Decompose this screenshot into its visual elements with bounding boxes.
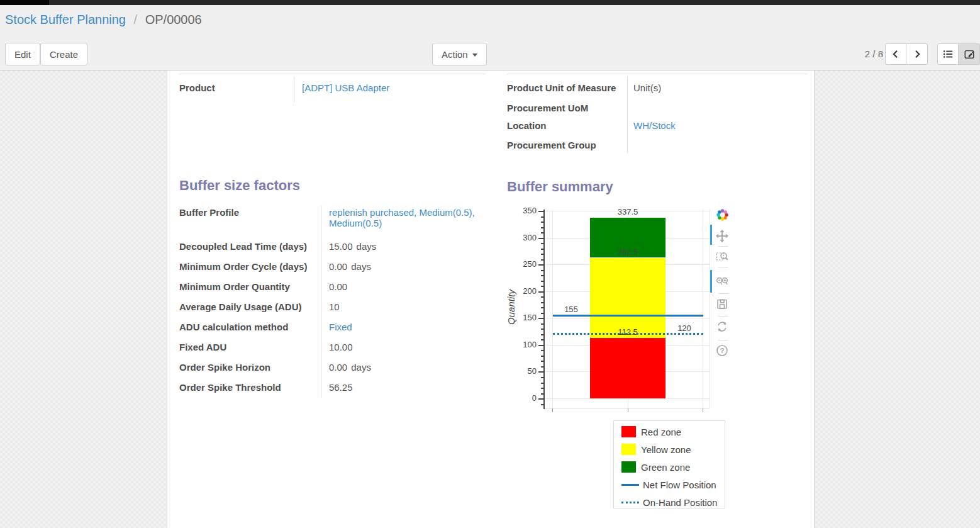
field-label: Location [507,120,547,131]
legend-item-net-flow-position[interactable]: Net Flow Position [621,478,716,491]
y-minor-tick [541,377,543,378]
y-major-tick [538,264,543,266]
field-value-location[interactable]: WH/Stock [633,120,803,131]
reset-axes-button[interactable] [715,321,729,335]
form-view-icon [964,48,975,60]
top-navbar [0,0,980,5]
breadcrumb: Stock Buffer Planning / OP/00006 [5,13,202,27]
group-border [179,74,486,74]
edit-button[interactable]: Edit [5,43,40,65]
chart-annotation: 337.5 [599,207,656,216]
y-tick-label: 300 [511,233,537,242]
box-zoom-button[interactable] [715,250,729,264]
y-minor-tick [541,286,543,287]
y-major-tick [538,211,543,212]
x-tick [628,408,628,412]
field-link[interactable]: replenish purchased, Medium(0.5), Medium… [329,207,475,228]
reset-axes-icon [716,320,728,335]
x-axis-line [545,408,710,408]
field-text: 10.00 [329,342,353,352]
y-tick-label: 50 [511,366,537,376]
previous-record-button[interactable] [885,43,906,65]
field-separator [321,206,321,398]
help-button[interactable]: ? [715,345,729,359]
modebar-separator [718,246,728,247]
legend-swatch-ffff00 [621,444,636,455]
y-minor-tick [541,388,543,389]
y-tick-label: 0 [511,393,537,403]
create-button[interactable]: Create [40,43,87,65]
legend-line-swatch [621,484,639,486]
field-value-adu-calculation-method[interactable]: Fixed [329,322,486,332]
buffer-summary-chart: Quantity ? 050100150200250300350337.5262… [507,200,743,420]
field-label: Product Unit of Measure [507,82,616,93]
zoom-in-out-button[interactable] [715,276,729,289]
field-label: Order Spike Horizon [179,362,270,373]
line-net-flow-position[interactable] [553,315,703,317]
legend-label: On-Hand Position [643,497,717,508]
field-label: Average Daily Usage (ADU) [179,301,302,312]
y-major-tick [538,291,543,293]
field-text: 10 [329,301,340,312]
stock-buffer-planning-page: Stock Buffer Planning / OP/00006 Edit Cr… [0,0,980,528]
y-minor-tick [541,339,543,340]
field-value-fixed-adu: 10.00 [329,342,486,352]
field-value-product[interactable]: [ADPT] USB Adapter [302,82,484,93]
field-label: Buffer Profile [179,207,239,218]
y-major-tick [538,345,543,346]
field-text: 0.00 [329,281,347,292]
section-title-buffer-summary: Buffer summary [507,179,613,195]
previous-icon [891,49,901,59]
y-minor-tick [541,323,543,325]
plotly-logo-icon [715,208,730,225]
modebar-separator [718,293,728,294]
y-tick-label: 200 [511,286,537,296]
field-label: Minimum Order Quantity [179,281,290,292]
action-dropdown-button[interactable]: Action [432,43,487,65]
bar-segment-yellow-zone[interactable] [590,258,665,339]
breadcrumb-separator: / [134,13,138,26]
y-minor-tick [541,259,543,261]
field-link[interactable]: Fixed [329,322,352,332]
field-link[interactable]: [ADPT] USB Adapter [302,82,389,93]
chart-annotation: 120 [656,323,713,333]
field-separator [627,76,628,153]
field-label: Decoupled Lead Time (days) [179,241,307,252]
field-text: Unit(s) [633,82,661,93]
next-record-button[interactable] [906,43,928,65]
list-view-button[interactable] [937,43,959,65]
next-icon [912,49,922,59]
view-switcher [937,43,980,65]
bar-segment-red-zone[interactable] [590,338,665,398]
field-value-order-spike-threshold: 56.25 [329,382,486,393]
save-button[interactable] [715,298,729,312]
field-text: 0.00 [329,362,347,373]
legend-item-yellow-zone[interactable]: Yellow zone [621,442,691,456]
field-label: Procurement Group [507,140,596,150]
pan-button[interactable] [715,230,729,244]
y-minor-tick [541,296,543,298]
legend-line-swatch [621,502,639,503]
field-value-buffer-profile[interactable]: replenish purchased, Medium(0.5), Medium… [329,207,486,228]
y-minor-tick [541,275,543,276]
legend-item-green-zone[interactable]: Green zone [621,460,690,474]
field-link[interactable]: WH/Stock [633,120,676,131]
caret-down-icon [472,53,477,57]
legend-item-red-zone[interactable]: Red zone [621,425,681,439]
field-text: 15.00 [329,241,353,252]
y-tick-label: 100 [511,340,537,349]
field-unit: days [351,362,371,373]
modebar-separator [718,340,728,340]
y-major-tick [538,238,543,239]
pager-nav [885,43,928,65]
legend-item-on-hand-position[interactable]: On-Hand Position [621,495,717,509]
breadcrumb-parent-link[interactable]: Stock Buffer Planning [5,13,126,26]
form-view-button[interactable] [959,43,980,65]
field-separator [294,76,294,103]
plotly-logo-button [715,209,729,223]
y-minor-tick [541,254,543,255]
y-tick-label: 350 [511,206,537,215]
modebar-active-indicator [710,270,712,293]
field-value-minimum-order-quantity: 0.00 [329,281,486,292]
legend-label: Yellow zone [641,444,691,455]
